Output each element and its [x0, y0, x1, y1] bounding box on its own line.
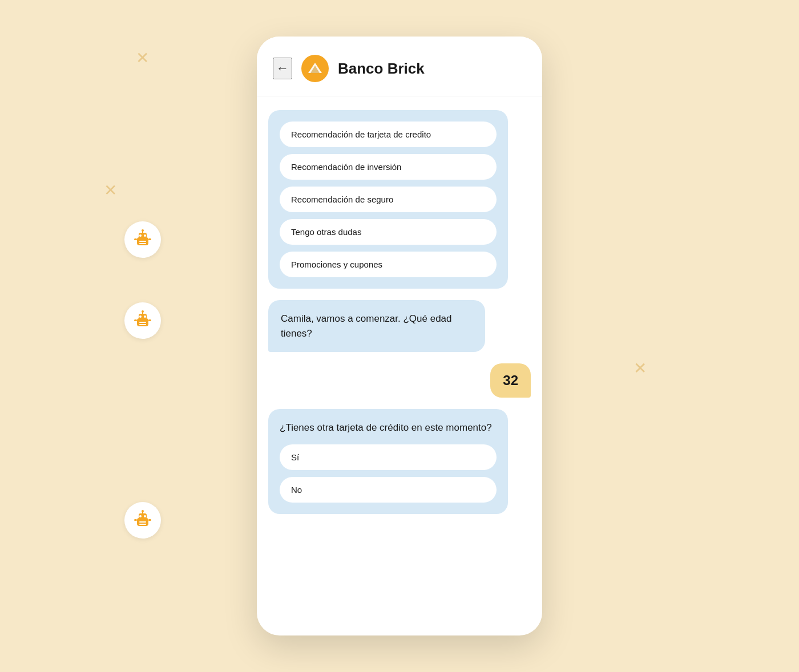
menu-bubble: Recomendación de tarjeta de credito Reco… [268, 110, 508, 289]
robot-circle-1 [124, 221, 161, 258]
svg-rect-26 [139, 521, 146, 523]
option-no[interactable]: No [280, 477, 497, 503]
menu-item-investment[interactable]: Recomendación de inversión [280, 154, 497, 180]
bot-message-1: Camila, vamos a comenzar. ¿Qué edad tien… [268, 300, 485, 352]
svg-rect-6 [139, 241, 146, 242]
chat-header: ← Banco Brick [257, 37, 542, 96]
svg-rect-28 [134, 519, 137, 521]
bot-avatar [301, 55, 329, 82]
svg-point-13 [142, 310, 144, 313]
svg-rect-18 [134, 319, 137, 321]
robot-circle-2 [124, 302, 161, 339]
question-bubble: ¿Tienes otra tarjeta de crédito en este … [268, 409, 508, 514]
svg-point-23 [142, 510, 144, 512]
svg-rect-8 [134, 238, 137, 240]
menu-item-promotions[interactable]: Promociones y cupones [280, 252, 497, 277]
svg-rect-7 [139, 243, 146, 244]
x-mark-2: ✕ [104, 183, 117, 199]
menu-item-other-questions[interactable]: Tengo otras dudas [280, 219, 497, 245]
phone-container: ← Banco Brick Recomendación de tarjeta d… [257, 37, 542, 635]
svg-point-4 [139, 234, 142, 237]
svg-point-25 [144, 515, 146, 517]
x-mark-1: ✕ [136, 50, 149, 66]
svg-point-3 [142, 229, 144, 232]
header-title: Banco Brick [338, 60, 425, 78]
svg-rect-29 [148, 519, 151, 521]
svg-point-24 [139, 515, 142, 517]
svg-point-5 [144, 234, 146, 237]
x-mark-3: ✕ [633, 361, 647, 377]
svg-rect-16 [139, 322, 146, 323]
svg-point-14 [139, 315, 142, 318]
back-button[interactable]: ← [273, 58, 292, 79]
user-message-1: 32 [490, 363, 531, 398]
svg-point-15 [144, 315, 146, 318]
svg-rect-27 [139, 524, 146, 525]
option-yes[interactable]: Sí [280, 444, 497, 470]
svg-rect-9 [148, 238, 151, 240]
menu-item-credit-card[interactable]: Recomendación de tarjeta de credito [280, 122, 497, 147]
svg-rect-17 [139, 324, 146, 325]
svg-rect-19 [148, 319, 151, 321]
robot-circle-3 [124, 502, 161, 539]
question-text: ¿Tienes otra tarjeta de crédito en este … [280, 420, 497, 435]
menu-item-insurance[interactable]: Recomendación de seguro [280, 187, 497, 212]
chat-area: Recomendación de tarjeta de credito Reco… [257, 96, 542, 635]
